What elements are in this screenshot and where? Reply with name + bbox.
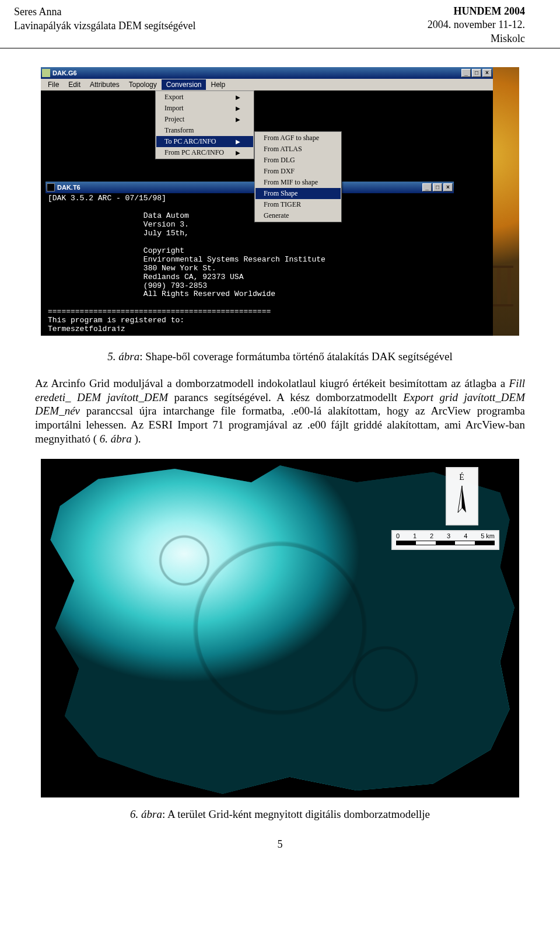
menu-topology[interactable]: Topology [124, 79, 162, 90]
para-text: parancs segítségével. A kész domborzatmo… [174, 391, 404, 403]
menu-attributes[interactable]: Attributes [85, 79, 124, 90]
header-right: HUNDEM 2004 2004. november 11-12. Miskol… [428, 5, 525, 46]
north-label: É [459, 473, 465, 482]
titlebar-inner[interactable]: DAK.T6 _ □ × [46, 182, 454, 193]
maximize-button[interactable]: □ [472, 69, 481, 77]
close-button[interactable]: × [482, 69, 492, 77]
menu-help[interactable]: Help [206, 79, 230, 90]
conf-name: HUNDEM 2004 [428, 5, 525, 18]
submenu-item-from-atlas[interactable]: From ATLAS [256, 144, 341, 155]
tick: 0 [396, 532, 400, 539]
submenu-item-from-agf-to-shape[interactable]: From AGF to shape [256, 133, 341, 144]
menu-item-project[interactable]: Project▶ [156, 114, 253, 125]
fig5-label: 5. ábra [107, 350, 139, 363]
menu-edit[interactable]: Edit [64, 79, 85, 90]
tick: 2 [430, 532, 433, 539]
para-text: ). [134, 433, 141, 445]
menu-item-transform[interactable]: Transform [156, 125, 253, 136]
fig6-ref: 6. ábra [100, 433, 132, 445]
fig6-label: 6. ábra [130, 808, 162, 820]
menubar[interactable]: File Edit Attributes Topology Conversion… [41, 79, 493, 90]
submenu-item-from-mif-to-shape[interactable]: From MIF to shape [256, 177, 341, 188]
submenu-item-from-shape[interactable]: From Shape [256, 188, 341, 199]
figure-5-screenshot: DAK.G6 _ □ × File Edit Attributes Topolo… [41, 67, 519, 336]
svg-marker-1 [458, 486, 462, 513]
dropdown-to-pc-arcinfo[interactable]: From AGF to shapeFrom ATLASFrom DLGFrom … [254, 131, 342, 222]
window-title-outer: DAK.G6 [52, 69, 77, 76]
fig5-text: : Shape-ből coverage formátumba történő … [139, 350, 453, 363]
menu-item-from-pc-arc-info[interactable]: From PC ARC/INFO▶ [156, 147, 253, 158]
window-title-inner: DAK.T6 [57, 184, 80, 191]
maximize-button[interactable]: □ [433, 183, 442, 191]
north-arrow-icon [453, 485, 471, 520]
console-output: [DAK 3.5.2 ARC - 07/15/98] Data Autom Ve… [46, 193, 454, 331]
submenu-item-generate[interactable]: Generate [256, 210, 341, 221]
menu-conversion[interactable]: Conversion [162, 79, 206, 90]
fig6-text: : A terület Grid-ként megnyitott digitál… [162, 808, 430, 820]
page-number: 5 [0, 838, 560, 862]
conf-date: 2004. november 11-12. [428, 18, 525, 32]
north-arrow-box: É [446, 467, 478, 525]
body-paragraph: Az Arcinfo Grid moduljával a domborzatmo… [35, 377, 525, 446]
scale-bar-graphic [396, 541, 495, 545]
scale-bar: 0 1 2 3 4 5 km [391, 530, 499, 550]
tick: 1 [413, 532, 416, 539]
submenu-item-from-dxf[interactable]: From DXF [256, 166, 341, 177]
submenu-item-from-tiger[interactable]: From TIGER [256, 199, 341, 210]
window-dak-t6: DAK.T6 _ □ × [DAK 3.5.2 ARC - 07/15/98] … [46, 182, 454, 331]
svg-marker-0 [462, 486, 466, 513]
menu-file[interactable]: File [43, 79, 64, 90]
tick: 4 [464, 532, 467, 539]
para-text: Az Arcinfo Grid moduljával a domborzatmo… [35, 377, 509, 389]
doc-subtitle: Lavinapályák vizsgálata DEM segítségével [14, 19, 195, 33]
menu-item-export[interactable]: Export▶ [156, 92, 253, 103]
figure-5-caption: 5. ábra: Shape-ből coverage formátumba t… [35, 350, 525, 364]
app-icon [42, 69, 50, 77]
menu-item-import[interactable]: Import▶ [156, 103, 253, 114]
header-left: Seres Anna Lavinapályák vizsgálata DEM s… [14, 5, 195, 33]
tick: 5 km [481, 532, 495, 539]
submenu-item-from-dlg[interactable]: From DLG [256, 155, 341, 166]
console-icon [47, 183, 55, 191]
tick: 3 [447, 532, 450, 539]
titlebar-outer[interactable]: DAK.G6 _ □ × [41, 67, 493, 79]
page-header: Seres Anna Lavinapályák vizsgálata DEM s… [0, 0, 560, 48]
dropdown-conversion[interactable]: Export▶Import▶Project▶TransformTo PC ARC… [155, 90, 254, 159]
menu-item-to-pc-arc-info[interactable]: To PC ARC/INFO▶ [156, 136, 253, 147]
figure-6-dem-map: É 0 1 2 3 4 5 km [41, 459, 519, 797]
conf-city: Miskolc [428, 32, 525, 46]
close-button[interactable]: × [443, 183, 453, 191]
author-name: Seres Anna [14, 5, 195, 19]
minimize-button[interactable]: _ [461, 69, 471, 77]
scale-ticks: 0 1 2 3 4 5 km [396, 532, 495, 541]
figure-6-caption: 6. ábra: A terület Grid-ként megnyitott … [35, 808, 525, 821]
minimize-button[interactable]: _ [422, 183, 432, 191]
